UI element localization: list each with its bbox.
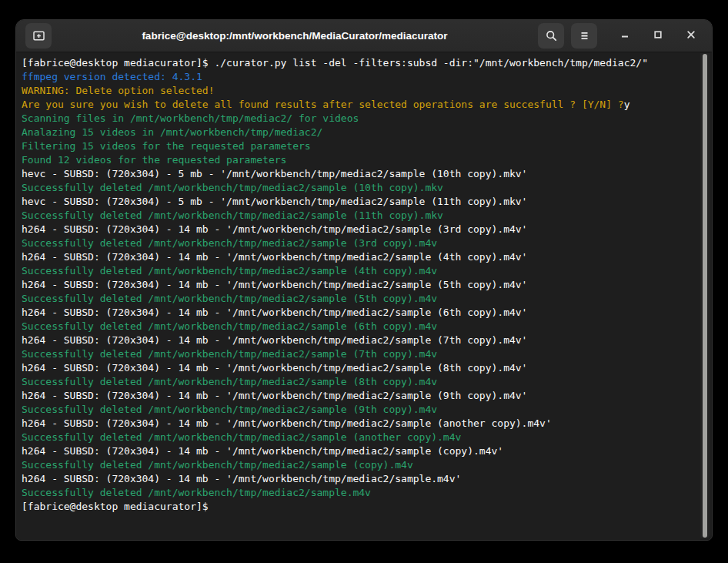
terminal-text-segment: h264 - SUBSD: (720x304) - 14 mb - '/mnt/… xyxy=(22,362,527,374)
terminal-line: [fabrice@desktop mediacurator]$ xyxy=(22,500,692,514)
terminal-line: Successfully deleted /mnt/workbench/tmp/… xyxy=(22,236,692,250)
terminal-line: Analazing 15 videos in /mnt/workbench/tm… xyxy=(22,126,692,139)
window-title: fabrice@desktop:/mnt/workbench/MediaCura… xyxy=(52,30,538,42)
terminal-text-segment: h264 - SUBSD: (720x304) - 14 mb - '/mnt/… xyxy=(22,223,527,235)
terminal-line: Successfully deleted /mnt/workbench/tmp/… xyxy=(22,209,692,223)
terminal-text-segment: ffmpeg version detected: 4.3.1 xyxy=(22,71,202,82)
terminal-text-segment: WARNING: Delete option selected! xyxy=(22,85,214,96)
terminal-text-segment: Successfully deleted /mnt/workbench/tmp/… xyxy=(22,431,461,443)
terminal-text-segment: Successfully deleted /mnt/workbench/tmp/… xyxy=(22,404,437,415)
terminal-text-segment: h264 - SUBSD: (720x304) - 14 mb - '/mnt/… xyxy=(22,473,461,484)
terminal-line: WARNING: Delete option selected! xyxy=(22,84,692,98)
terminal-line: Filtering 15 videos for the requested pa… xyxy=(22,139,692,153)
terminal-text-segment: hevc - SUBSD: (720x304) - 5 mb - '/mnt/w… xyxy=(22,168,527,179)
terminal-line: Successfully deleted /mnt/workbench/tmp/… xyxy=(22,320,692,333)
menu-icon xyxy=(579,30,590,42)
terminal-text-segment: Successfully deleted /mnt/workbench/tmp/… xyxy=(22,487,371,498)
terminal-line: Successfully deleted /mnt/workbench/tmp/… xyxy=(22,458,692,472)
terminal-text-segment: Successfully deleted /mnt/workbench/tmp/… xyxy=(22,459,413,471)
terminal-line: h264 - SUBSD: (720x304) - 14 mb - '/mnt/… xyxy=(22,333,692,347)
terminal-line: h264 - SUBSD: (720x304) - 14 mb - '/mnt/… xyxy=(22,417,692,431)
scrollbar-thumb[interactable] xyxy=(703,54,707,538)
terminal-line: Successfully deleted /mnt/workbench/tmp/… xyxy=(22,347,692,361)
terminal-line: hevc - SUBSD: (720x304) - 5 mb - '/mnt/w… xyxy=(22,167,692,181)
terminal-line: Successfully deleted /mnt/workbench/tmp/… xyxy=(22,264,692,278)
scrollbar[interactable] xyxy=(700,53,710,538)
terminal-text-segment: hevc - SUBSD: (720x304) - 5 mb - '/mnt/w… xyxy=(22,196,527,207)
terminal-text-segment: Successfully deleted /mnt/workbench/tmp/… xyxy=(22,209,443,221)
desktop-background: fabrice@desktop:/mnt/workbench/MediaCura… xyxy=(0,0,728,563)
terminal-line: Successfully deleted /mnt/workbench/tmp/… xyxy=(22,181,692,195)
terminal-line: Are you sure you wish to delete all foun… xyxy=(22,98,692,112)
terminal-output[interactable]: [fabrice@desktop mediacurator]$ ./curato… xyxy=(16,52,712,540)
close-button[interactable] xyxy=(681,26,701,46)
terminal-text-segment: Scanning files in /mnt/workbench/tmp/med… xyxy=(22,112,359,124)
titlebar[interactable]: fabrice@desktop:/mnt/workbench/MediaCura… xyxy=(16,20,712,52)
minimize-button[interactable] xyxy=(615,26,635,46)
terminal-line: [fabrice@desktop mediacurator]$ ./curato… xyxy=(22,56,692,70)
terminal-text-segment: h264 - SUBSD: (720x304) - 14 mb - '/mnt/… xyxy=(22,307,527,318)
terminal-text-segment: [fabrice@desktop mediacurator]$ xyxy=(22,501,214,512)
new-tab-button[interactable] xyxy=(25,23,52,49)
menu-button[interactable] xyxy=(571,23,597,49)
terminal-line: h264 - SUBSD: (720x304) - 14 mb - '/mnt/… xyxy=(22,444,692,458)
terminal-line: h264 - SUBSD: (720x304) - 14 mb - '/mnt/… xyxy=(22,472,692,486)
terminal-text-segment: Analazing 15 videos in /mnt/workbench/tm… xyxy=(22,126,322,138)
terminal-text-segment: [fabrice@desktop mediacurator]$ ./curato… xyxy=(22,57,648,69)
terminal-line: h264 - SUBSD: (720x304) - 14 mb - '/mnt/… xyxy=(22,306,692,320)
titlebar-controls xyxy=(538,23,701,49)
terminal-line: Successfully deleted /mnt/workbench/tmp/… xyxy=(22,375,692,389)
terminal-text-segment: Successfully deleted /mnt/workbench/tmp/… xyxy=(22,265,437,276)
terminal-line: Found 12 videos for the requested parame… xyxy=(22,153,692,167)
terminal-line: h264 - SUBSD: (720x304) - 14 mb - '/mnt/… xyxy=(22,278,692,292)
terminal-text-segment: Are you sure you wish to delete all foun… xyxy=(22,99,624,110)
terminal-text-segment: Successfully deleted /mnt/workbench/tmp/… xyxy=(22,237,437,249)
terminal-line: Successfully deleted /mnt/workbench/tmp/… xyxy=(22,486,692,500)
search-icon xyxy=(545,29,558,42)
maximize-icon xyxy=(652,28,664,43)
terminal-line: h264 - SUBSD: (720x304) - 14 mb - '/mnt/… xyxy=(22,389,692,403)
terminal-text-segment: y xyxy=(624,99,630,110)
terminal-line: Successfully deleted /mnt/workbench/tmp/… xyxy=(22,431,692,444)
terminal-text-segment: Filtering 15 videos for the requested pa… xyxy=(22,140,311,152)
new-tab-icon xyxy=(32,29,45,42)
terminal-text-segment: h264 - SUBSD: (720x304) - 14 mb - '/mnt/… xyxy=(22,417,552,429)
terminal-line: h264 - SUBSD: (720x304) - 14 mb - '/mnt/… xyxy=(22,250,692,264)
terminal-line: Successfully deleted /mnt/workbench/tmp/… xyxy=(22,292,692,306)
terminal-text-segment: Successfully deleted /mnt/workbench/tmp/… xyxy=(22,293,437,304)
terminal-line: hevc - SUBSD: (720x304) - 5 mb - '/mnt/w… xyxy=(22,195,692,209)
close-icon xyxy=(685,28,697,43)
terminal-text-segment: h264 - SUBSD: (720x304) - 14 mb - '/mnt/… xyxy=(22,334,527,346)
terminal-line: Successfully deleted /mnt/workbench/tmp/… xyxy=(22,403,692,417)
terminal-text-segment: Successfully deleted /mnt/workbench/tmp/… xyxy=(22,348,437,360)
terminal-text-segment: h264 - SUBSD: (720x304) - 14 mb - '/mnt/… xyxy=(22,445,503,457)
terminal-line: ffmpeg version detected: 4.3.1 xyxy=(22,70,692,84)
terminal-text-segment: Successfully deleted /mnt/workbench/tmp/… xyxy=(22,376,437,387)
terminal-line: h264 - SUBSD: (720x304) - 14 mb - '/mnt/… xyxy=(22,223,692,236)
maximize-button[interactable] xyxy=(648,26,668,46)
terminal-text-segment: Successfully deleted /mnt/workbench/tmp/… xyxy=(22,320,437,332)
terminal-text-segment: Found 12 videos for the requested parame… xyxy=(22,154,286,166)
terminal-text-segment: Successfully deleted /mnt/workbench/tmp/… xyxy=(22,182,443,193)
minimize-icon xyxy=(619,28,631,43)
terminal-text-segment: h264 - SUBSD: (720x304) - 14 mb - '/mnt/… xyxy=(22,251,527,263)
terminal-body: [fabrice@desktop mediacurator]$ ./curato… xyxy=(16,52,712,540)
terminal-text-segment: h264 - SUBSD: (720x304) - 14 mb - '/mnt/… xyxy=(22,390,527,401)
terminal-window: fabrice@desktop:/mnt/workbench/MediaCura… xyxy=(15,19,713,541)
search-button[interactable] xyxy=(538,23,564,49)
terminal-text-segment: h264 - SUBSD: (720x304) - 14 mb - '/mnt/… xyxy=(22,279,527,290)
terminal-line: h264 - SUBSD: (720x304) - 14 mb - '/mnt/… xyxy=(22,361,692,375)
terminal-line: Scanning files in /mnt/workbench/tmp/med… xyxy=(22,112,692,126)
